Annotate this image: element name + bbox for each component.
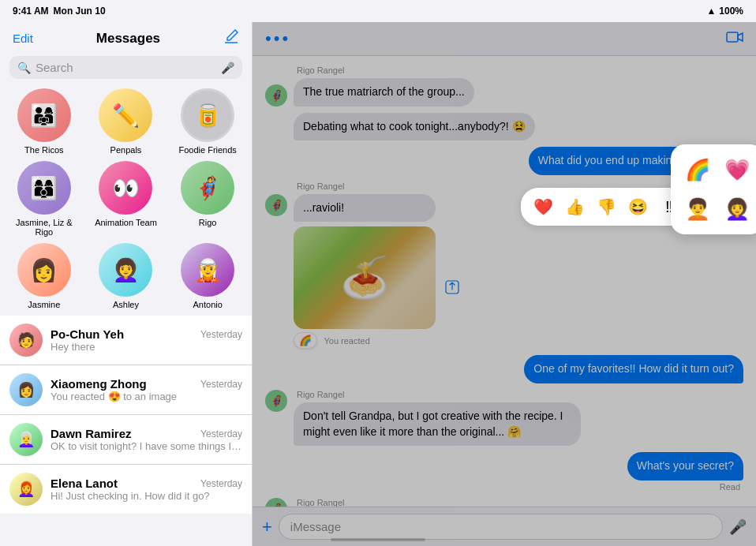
time: 9:41 AM — [13, 6, 49, 17]
pinned-label-jasmine: Jasmine — [28, 300, 60, 309]
tapback-thumbsdown[interactable]: 👎 — [592, 193, 620, 221]
conv-avatar-elena: 👩‍🦰 — [9, 473, 43, 506]
pinned-avatar-antonio: 🧝 — [181, 243, 234, 297]
sidebar-title: Messages — [33, 31, 223, 47]
dim-overlay — [253, 22, 756, 546]
reaction-emoji-person1[interactable]: 🧑‍🦱 — [680, 192, 715, 226]
conv-time-xiaomeng: Yesterday — [200, 379, 242, 390]
conv-content-pochun: Po-Chun Yeh Yesterday Hey there — [51, 327, 242, 353]
conv-time-pochun: Yesterday — [200, 329, 242, 340]
pinned-item-jasmine[interactable]: 👩 Jasmine — [6, 243, 82, 309]
conv-content-dawn: Dawn Ramirez Yesterday OK to visit tonig… — [51, 427, 242, 452]
conv-item-elena[interactable]: 👩‍🦰 Elena Lanot Yesterday Hi! Just check… — [0, 465, 252, 514]
main-container: Edit Messages 🔍 Search 🎤 👨‍👩‍👧 The Ricos… — [0, 22, 756, 546]
sidebar: Edit Messages 🔍 Search 🎤 👨‍👩‍👧 The Ricos… — [0, 22, 253, 546]
conv-item-pochun[interactable]: 🧑 Po-Chun Yeh Yesterday Hey there — [0, 316, 252, 365]
status-bar-left: 9:41 AM Mon Jun 10 — [13, 6, 106, 17]
search-bar[interactable]: 🔍 Search 🎤 — [9, 56, 242, 79]
pinned-label-penpals: Penpals — [110, 145, 142, 155]
pinned-avatar-rigo: 🦸 — [181, 161, 234, 215]
pinned-section: 👨‍👩‍👧 The Ricos ✏️ Penpals 🥫 Foodie Frie… — [0, 85, 252, 316]
conv-preview-pochun: Hey there — [51, 341, 242, 353]
status-bar: 9:41 AM Mon Jun 10 ▲ 100% — [0, 0, 756, 22]
pinned-label-antonio: Antonio — [193, 300, 223, 309]
reaction-emoji-rainbow[interactable]: 🌈 — [680, 152, 715, 187]
search-placeholder: Search — [36, 61, 216, 74]
conv-avatar-xiaomeng: 👩 — [9, 373, 43, 406]
reaction-picker: 🌈 💗 🧑‍🦱 👩‍🦱 — [671, 144, 756, 234]
conv-header-dawn: Dawn Ramirez Yesterday — [51, 427, 242, 440]
pinned-label-ricos: The Ricos — [24, 145, 64, 155]
conv-name-pochun: Po-Chun Yeh — [51, 327, 124, 341]
pinned-label-animation: Animation Team — [95, 218, 157, 227]
mic-icon: 🎤 — [221, 62, 234, 74]
status-bar-right: ▲ 100% — [706, 6, 743, 17]
conv-avatar-pochun: 🧑 — [9, 323, 43, 357]
conv-time-dawn: Yesterday — [200, 428, 242, 439]
conv-name-dawn: Dawn Ramirez — [51, 427, 132, 440]
conv-content-elena: Elena Lanot Yesterday Hi! Just checking … — [51, 477, 242, 502]
conv-header-xiaomeng: Xiaomeng Zhong Yesterday — [51, 377, 242, 391]
pinned-avatar-foodie: 🥫 — [181, 88, 234, 142]
wifi-icon: ▲ — [706, 6, 716, 17]
pinned-avatar-penpals: ✏️ — [99, 88, 152, 142]
tapback-heart[interactable]: ❤️ — [529, 193, 557, 221]
pinned-item-foodie[interactable]: 🥫 Foodie Friends — [170, 88, 245, 155]
reaction-emoji-heart[interactable]: 💗 — [720, 152, 754, 187]
conv-avatar-dawn: 👩‍🦳 — [9, 423, 43, 456]
edit-button[interactable]: Edit — [13, 32, 33, 45]
pinned-label-foodie: Foodie Friends — [178, 145, 236, 155]
compose-button[interactable] — [223, 28, 239, 48]
pinned-avatar-jasmine: 👩 — [17, 243, 71, 297]
pinned-item-animation[interactable]: 👀 Animation Team — [88, 161, 164, 237]
pinned-avatar-animation: 👀 — [99, 161, 152, 215]
conv-name-elena: Elena Lanot — [51, 477, 118, 490]
reaction-emoji-person2[interactable]: 👩‍🦱 — [720, 192, 754, 226]
pinned-item-ashley[interactable]: 👩‍🦱 Ashley — [88, 243, 164, 309]
pinned-avatar-jasmine-liz: 👩‍👩‍👦 — [17, 161, 71, 215]
pinned-label-ashley: Ashley — [113, 300, 139, 309]
conv-name-xiaomeng: Xiaomeng Zhong — [51, 377, 147, 391]
conversation-list: 🧑 Po-Chun Yeh Yesterday Hey there 👩 Xiao… — [0, 316, 252, 546]
sidebar-header: Edit Messages — [0, 22, 252, 51]
conv-item-dawn[interactable]: 👩‍🦳 Dawn Ramirez Yesterday OK to visit t… — [0, 415, 252, 465]
pinned-label-rigo: Rigo — [199, 218, 217, 227]
conv-time-elena: Yesterday — [200, 478, 242, 489]
conv-preview-elena: Hi! Just checking in. How did it go? — [51, 490, 242, 502]
conv-header-pochun: Po-Chun Yeh Yesterday — [51, 327, 242, 341]
conv-preview-dawn: OK to visit tonight? I have some things … — [51, 440, 242, 452]
search-icon: 🔍 — [17, 62, 31, 74]
date: Mon Jun 10 — [54, 6, 106, 17]
chat-area: ••• 🦸 Rigo Rangel The true matriarch of … — [253, 22, 756, 546]
home-indicator — [331, 538, 425, 541]
conv-content-xiaomeng: Xiaomeng Zhong Yesterday You reacted 😍 t… — [51, 377, 242, 402]
battery: 100% — [719, 6, 743, 17]
pinned-avatar-ashley: 👩‍🦱 — [99, 243, 152, 297]
conv-header-elena: Elena Lanot Yesterday — [51, 477, 242, 490]
tapback-haha[interactable]: 😆 — [623, 193, 652, 221]
tapback-thumbsup[interactable]: 👍 — [560, 193, 589, 221]
pinned-item-penpals[interactable]: ✏️ Penpals — [88, 88, 164, 155]
conv-item-xiaomeng[interactable]: 👩 Xiaomeng Zhong Yesterday You reacted 😍… — [0, 365, 252, 415]
pinned-label-jasmine-liz: Jasmine, Liz & Rigo — [6, 218, 82, 237]
conv-preview-xiaomeng: You reacted 😍 to an image — [51, 391, 242, 402]
pinned-item-antonio[interactable]: 🧝 Antonio — [170, 243, 245, 309]
pinned-item-ricos[interactable]: 👨‍👩‍👧 The Ricos — [6, 88, 82, 155]
pinned-avatar-ricos: 👨‍👩‍👧 — [17, 88, 71, 142]
pinned-item-rigo[interactable]: 🦸 Rigo — [170, 161, 245, 237]
pinned-item-jasmine-liz[interactable]: 👩‍👩‍👦 Jasmine, Liz & Rigo — [6, 161, 82, 237]
